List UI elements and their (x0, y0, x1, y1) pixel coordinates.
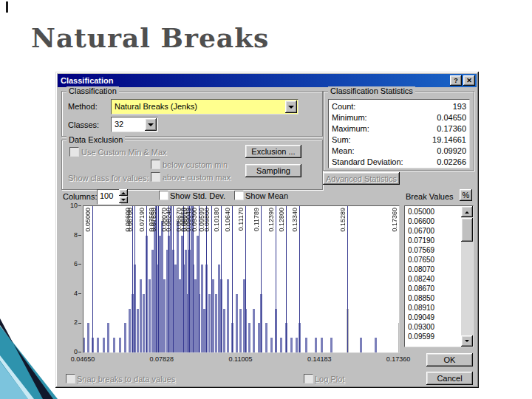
break-value-item[interactable]: 0.09049 (406, 313, 460, 322)
break-value-item[interactable]: 0.09300 (406, 322, 460, 332)
break-line[interactable] (347, 206, 348, 352)
columns-increment-button[interactable] (119, 189, 128, 196)
break-line[interactable] (92, 206, 93, 352)
classes-value: 32 (112, 118, 145, 131)
break-value-item[interactable]: 0.07650 (406, 255, 460, 265)
histogram-bar (212, 279, 214, 352)
use-custom-minmax-checkbox[interactable] (69, 147, 79, 157)
break-line[interactable] (286, 206, 287, 352)
histogram-bar (321, 338, 323, 352)
show-std-dev-checkbox[interactable] (159, 191, 168, 200)
histogram-bar (360, 338, 362, 352)
histogram-bar (103, 338, 105, 352)
break-value-item[interactable]: 0.09599 (406, 332, 460, 341)
break-value-item[interactable]: 0.06600 (406, 216, 460, 226)
sampling-button[interactable]: Sampling (245, 164, 301, 177)
percent-button[interactable]: % (460, 189, 472, 201)
ok-button[interactable]: OK (426, 353, 473, 366)
stat-row: Standard Deviation:0.02266 (329, 157, 469, 168)
scroll-down-button[interactable] (461, 335, 473, 347)
classes-select[interactable]: 32 (111, 117, 158, 132)
columns-decrement-button[interactable] (119, 197, 128, 203)
chevron-down-icon (288, 106, 294, 112)
histogram-bar (113, 338, 115, 352)
snap-breaks-checkbox[interactable] (66, 374, 75, 383)
use-custom-minmax-label: Use Custom Min & Max (81, 148, 167, 157)
below-custom-min-label: below custom min (163, 160, 228, 169)
break-value-label: 0.10180 (213, 208, 220, 232)
break-line[interactable] (232, 206, 233, 352)
classification-group-legend: Classification (66, 86, 119, 95)
below-custom-min-checkbox[interactable] (151, 160, 160, 169)
break-value-item[interactable]: 0.08670 (406, 284, 460, 293)
dialog-title: Classification (59, 76, 449, 85)
log-plot-checkbox[interactable] (304, 374, 313, 383)
histogram-bar (223, 309, 225, 352)
columns-input[interactable]: 100 (97, 189, 121, 205)
above-custom-max-checkbox[interactable] (151, 172, 160, 182)
break-value-item[interactable]: 0.05000 (406, 207, 460, 216)
break-value-label: 0.07190 (138, 208, 146, 232)
histogram-bar (107, 323, 109, 352)
method-value: Natural Breaks (Jenks) (112, 100, 285, 113)
arrow-up-icon (121, 190, 126, 194)
break-line[interactable] (245, 206, 246, 352)
break-values-listbox: 0.050000.066000.067000.071900.075690.076… (404, 205, 474, 347)
break-values-scrollbar[interactable] (461, 206, 473, 347)
break-line[interactable] (276, 206, 276, 352)
stat-value: 193 (453, 101, 466, 112)
break-value-item[interactable]: 0.07569 (406, 245, 460, 255)
advanced-statistics-button[interactable]: Advanced Statistics (323, 172, 400, 185)
close-icon: ✕ (466, 78, 472, 84)
break-line[interactable] (158, 206, 159, 352)
scroll-up-button[interactable] (461, 206, 473, 217)
histogram-bar (87, 323, 89, 352)
break-value-label: 0.06700 (126, 208, 134, 232)
break-value-item[interactable]: 0.07190 (406, 236, 460, 245)
break-value-item[interactable]: 0.08850 (406, 293, 460, 303)
break-value-label: 0.08240 (165, 208, 172, 232)
stat-label: Count: (332, 101, 355, 112)
y-tick-label: 0 (74, 348, 81, 355)
show-class-for-values-label: Show class for values: (68, 174, 149, 183)
break-line[interactable] (399, 206, 400, 352)
snap-breaks-label: Snap breaks to data values (77, 375, 175, 383)
break-value-item[interactable]: 0.08910 (406, 303, 460, 313)
break-line[interactable] (299, 206, 300, 352)
columns-label: Columns: (63, 192, 97, 201)
slide-title: Natural Breaks (31, 22, 269, 53)
histogram-bar (296, 338, 298, 352)
break-value-item[interactable]: 0.08070 (406, 265, 460, 274)
method-select[interactable]: Natural Breaks (Jenks) (111, 99, 299, 115)
break-line[interactable] (261, 206, 262, 352)
slide-corner-mark (6, 1, 8, 13)
advanced-statistics-label: Advanced Statistics (326, 174, 397, 183)
classes-dropdown-button[interactable] (145, 118, 157, 131)
break-line[interactable] (134, 206, 135, 352)
help-button[interactable]: ? (450, 75, 462, 86)
method-dropdown-button[interactable] (285, 100, 297, 113)
exclusion-button[interactable]: Exclusion ... (245, 145, 301, 158)
histogram-bar (305, 338, 307, 352)
break-value-item[interactable]: 0.06700 (406, 226, 460, 236)
cancel-button[interactable]: Cancel (426, 372, 473, 385)
histogram-bar (208, 294, 211, 352)
break-line[interactable] (221, 206, 222, 352)
show-mean-label: Show Mean (245, 191, 288, 200)
break-line[interactable] (211, 206, 212, 352)
log-plot-label: Log Plot (315, 375, 344, 383)
x-tick-label: 0.17360 (386, 355, 411, 363)
histogram-bar (265, 323, 267, 352)
above-custom-max-label: above custom max (163, 173, 231, 182)
show-mean-checkbox[interactable] (234, 191, 244, 200)
break-value-label: 0.11170 (237, 208, 245, 231)
histogram-bar (315, 338, 317, 352)
close-button[interactable]: ✕ (463, 75, 475, 86)
break-value-item[interactable]: 0.08240 (406, 274, 460, 284)
scrollbar-thumb[interactable] (461, 218, 473, 242)
histogram-bar (143, 294, 145, 352)
break-value-label: 0.09800 (203, 208, 211, 232)
stat-value: 19.14661 (432, 134, 466, 146)
break-line[interactable] (173, 206, 174, 352)
dialog-titlebar[interactable]: Classification ? ✕ (58, 74, 477, 87)
